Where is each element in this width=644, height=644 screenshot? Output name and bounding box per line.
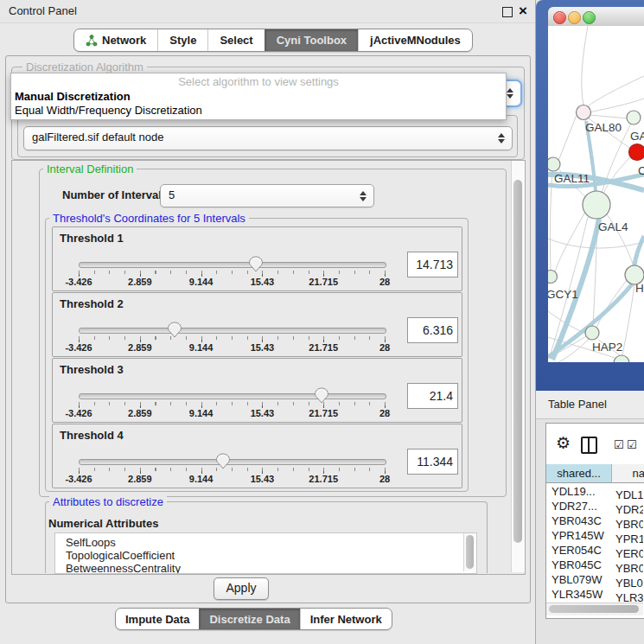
- threshold-2-panel: Threshold 2 -3.426 2.859 9.144 15.43 21.…: [52, 292, 462, 357]
- node-label-gcy1: GCY1: [548, 288, 578, 301]
- thick-edges: [548, 121, 644, 360]
- algorithm-option-manual[interactable]: Manual Discretization: [15, 90, 131, 104]
- float-window-icon[interactable]: [502, 7, 513, 17]
- close-panel-icon[interactable]: ×: [519, 2, 527, 21]
- threshold-3-slider[interactable]: [79, 393, 386, 399]
- cell-shared-name: YDR27...: [546, 499, 611, 513]
- scrollbar-thumb[interactable]: [549, 605, 639, 613]
- tick-label: 21.715: [309, 474, 338, 484]
- panel-scrollbar[interactable]: [511, 161, 525, 572]
- table-row[interactable]: YDL19...YDL1: [546, 484, 643, 499]
- column-header-shared[interactable]: shared...: [546, 464, 612, 483]
- combo-stepper-icon: [507, 87, 514, 99]
- node-gal4[interactable]: [583, 191, 610, 219]
- attributes-list[interactable]: SelfLoops TopologicalCoefficient Between…: [54, 532, 477, 574]
- table-row[interactable]: YPR145WYPR1: [546, 528, 643, 543]
- tick-label: 2.859: [128, 474, 152, 484]
- list-scrollbar[interactable]: [463, 533, 475, 571]
- threshold-3-value[interactable]: 21.4: [407, 383, 458, 409]
- zoom-window-icon[interactable]: [583, 11, 596, 24]
- threshold-1-slider[interactable]: [79, 262, 386, 268]
- tab-infer-network[interactable]: Infer Network: [300, 609, 392, 629]
- tab-label: Style: [169, 34, 196, 47]
- table-row[interactable]: YBR045CYBR0: [546, 558, 643, 572]
- table-row[interactable]: YBL079WYBL0: [546, 572, 643, 587]
- tick-label: 28: [379, 342, 390, 353]
- algorithm-placeholder: Select algorithm to view settings: [11, 75, 506, 89]
- scrollbar-thumb[interactable]: [513, 180, 522, 543]
- node-hap2[interactable]: [585, 326, 599, 340]
- combo-stepper-icon: [498, 132, 506, 144]
- list-item[interactable]: BetweennessCentrality: [55, 562, 476, 574]
- tick-label: 15.43: [251, 277, 275, 287]
- tab-cyni-toolbox[interactable]: Cyni Toolbox: [265, 29, 358, 51]
- screenshot-root: Control Panel × Network Style Select Cyn…: [0, 0, 644, 644]
- minimize-window-icon[interactable]: [568, 11, 581, 24]
- checkbox-icon[interactable]: ☑: [614, 438, 624, 451]
- tab-style[interactable]: Style: [157, 29, 207, 51]
- table-data-value: galFiltered.sif default node: [24, 127, 512, 148]
- threshold-3-panel: Threshold 3 -3.426 2.859 9.144 15.43 21.…: [52, 358, 462, 423]
- threshold-2-value[interactable]: 6.316: [407, 317, 458, 343]
- list-item[interactable]: SelfLoops: [55, 533, 476, 549]
- tick-label: -3.426: [65, 474, 92, 484]
- tick-label: 9.144: [189, 342, 214, 353]
- tab-label: jActiveMNodules: [370, 34, 461, 47]
- table-body: YDL19...YDL1 YDR27...YDR2 YBR043CYBR0 YP…: [546, 484, 643, 605]
- node-label-gal4: GAL4: [598, 220, 628, 233]
- node-label-gal11: GAL11: [554, 172, 590, 185]
- tab-impute-data[interactable]: Impute Data: [116, 609, 199, 629]
- scrollbar-thumb[interactable]: [466, 535, 474, 569]
- panel-title: Control Panel: [9, 0, 77, 22]
- apply-button[interactable]: Apply: [214, 577, 269, 600]
- threshold-4-slider[interactable]: [79, 459, 386, 465]
- slider-minor-ticks: [79, 271, 386, 274]
- gear-icon[interactable]: ⚙: [556, 433, 571, 453]
- tick-label: 9.144: [189, 474, 214, 484]
- cell-shared-name: YBR043C: [546, 513, 611, 528]
- tick-label: 9.144: [189, 408, 214, 418]
- node-top-right[interactable]: [627, 111, 641, 124]
- cell-shared-name: YBL079W: [546, 572, 611, 587]
- table-header-row: shared... na: [546, 464, 644, 483]
- threshold-4-value[interactable]: 11.344: [407, 449, 458, 475]
- threshold-2-slider[interactable]: [79, 328, 386, 334]
- threshold-1-value[interactable]: 14.713: [407, 252, 458, 277]
- combo-stepper-icon: [360, 190, 367, 202]
- tick-label: -3.426: [65, 408, 92, 418]
- close-window-icon[interactable]: [553, 11, 566, 24]
- checkbox-icon[interactable]: ☑: [627, 438, 637, 451]
- node-gal11[interactable]: [548, 157, 560, 171]
- node-label-c: C: [638, 164, 644, 177]
- split-columns-icon[interactable]: [581, 437, 597, 454]
- column-header-name[interactable]: na: [612, 464, 644, 483]
- node-label-h: H: [635, 282, 644, 295]
- table-horizontal-scrollbar[interactable]: [546, 603, 643, 615]
- tab-network[interactable]: Network: [74, 29, 157, 51]
- tab-discretize-data[interactable]: Discretize Data: [199, 609, 299, 629]
- tick-label: 21.715: [309, 408, 338, 418]
- tab-label: Network: [102, 34, 146, 47]
- table-row[interactable]: YBR043CYBR0: [546, 513, 643, 528]
- slider-tick-labels: -3.426 2.859 9.144 15.43 21.715 28: [79, 408, 385, 420]
- node-label-hap2: HAP2: [592, 341, 622, 354]
- tab-jactivemnodules[interactable]: jActiveMNodules: [358, 29, 472, 51]
- node-bottom[interactable]: [614, 355, 629, 362]
- num-intervals-combobox[interactable]: 5: [160, 184, 374, 207]
- tab-label: Discretize Data: [209, 613, 290, 626]
- cell-shared-name: YPR145W: [546, 528, 611, 543]
- table-row[interactable]: YER054CYER0: [546, 543, 643, 558]
- threshold-4-panel: Threshold 4 -3.426 2.859 9.144 15.43 21.…: [52, 424, 462, 488]
- network-canvas[interactable]: GAL80 GA C GAL11 GAL4 GCY1 H HAP2: [548, 26, 644, 362]
- table-row[interactable]: YLR345WYLR3: [546, 587, 643, 602]
- tick-label: 2.859: [128, 277, 152, 287]
- algorithm-option-equal-width[interactable]: Equal Width/Frequency Discretization: [15, 104, 202, 118]
- attributes-group-title: Attributes to discretize: [49, 496, 167, 508]
- node-red-selected[interactable]: [629, 144, 644, 161]
- node-gal80[interactable]: [577, 105, 591, 120]
- table-row[interactable]: YDR27...YDR2: [546, 499, 643, 513]
- node-gcy1[interactable]: [548, 271, 558, 284]
- list-item[interactable]: TopologicalCoefficient: [55, 549, 476, 562]
- tab-select[interactable]: Select: [207, 29, 264, 51]
- table-data-combobox[interactable]: galFiltered.sif default node: [23, 126, 513, 150]
